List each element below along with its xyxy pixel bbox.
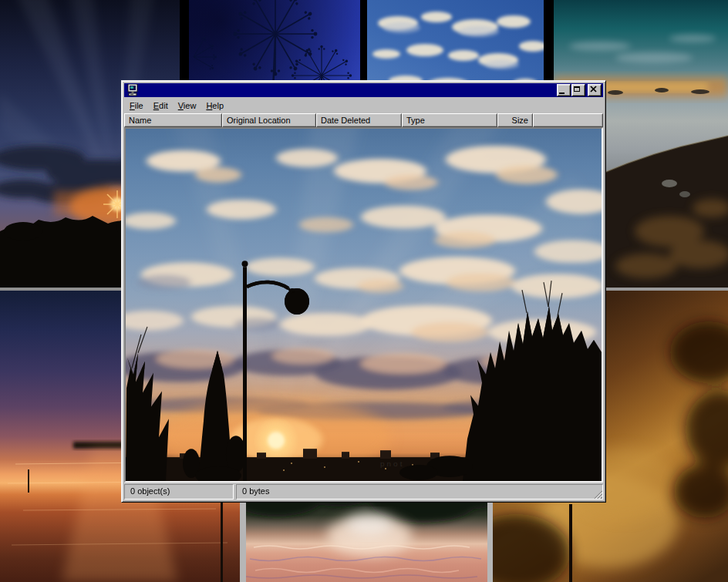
column-header-type[interactable]: Type [402, 113, 497, 127]
maximize-button[interactable] [571, 84, 585, 96]
maximize-icon [574, 86, 580, 92]
menu-item-view[interactable]: View [174, 99, 202, 113]
column-header-date-deleted[interactable]: Date Deleted [316, 113, 402, 127]
list-view[interactable]: pnot [124, 127, 603, 483]
close-button[interactable] [588, 84, 602, 96]
column-header-original-location[interactable]: Original Location [222, 113, 316, 127]
column-header-size[interactable]: Size [497, 113, 533, 127]
column-header-row: NameOriginal LocationDate DeletedTypeSiz… [124, 113, 603, 127]
close-icon [590, 86, 598, 93]
titlebar[interactable] [124, 83, 603, 97]
status-byte-count: 0 bytes [236, 484, 603, 500]
desktop: FileEditViewHelp NameOriginal LocationDa… [0, 0, 728, 582]
minimize-button[interactable] [557, 84, 571, 96]
photo-watermark: pnot [380, 459, 404, 468]
menu-item-file[interactable]: File [125, 99, 149, 113]
menu-item-edit[interactable]: Edit [149, 99, 174, 113]
recycle-bin-window: FileEditViewHelp NameOriginal LocationDa… [121, 80, 606, 503]
computer-icon [126, 84, 139, 96]
content-photo-art: pnot [126, 129, 602, 481]
status-bar: 0 object(s) 0 bytes [124, 483, 603, 500]
status-object-count: 0 object(s) [124, 484, 234, 500]
column-header-name[interactable]: Name [124, 113, 222, 127]
column-header-spacer[interactable] [533, 113, 603, 127]
resize-grip[interactable] [592, 489, 602, 499]
minimize-icon [559, 93, 565, 94]
menu-bar: FileEditViewHelp [124, 97, 603, 113]
menu-item-help[interactable]: Help [201, 99, 229, 113]
content-photo-sunset-lamp: pnot [126, 129, 602, 481]
